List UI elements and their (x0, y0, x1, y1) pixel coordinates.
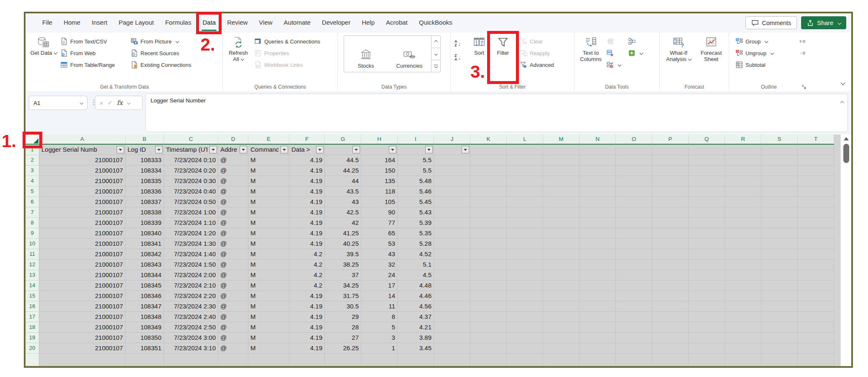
filter-button[interactable]: Filter (490, 35, 516, 81)
filter-dropdown-J[interactable] (462, 146, 469, 153)
cell-8M[interactable] (543, 218, 580, 228)
cell-1R[interactable] (725, 145, 761, 155)
cell-18N[interactable] (580, 322, 616, 333)
column-header-D[interactable]: D (218, 135, 248, 145)
cell-9M[interactable] (543, 228, 580, 239)
queries-connections-button[interactable]: Queries & Connections (251, 36, 323, 47)
cell-1N[interactable] (580, 145, 616, 155)
cell-19I[interactable]: 3.89 (398, 333, 434, 343)
cell-15R[interactable] (725, 291, 761, 301)
cell-15M[interactable] (543, 291, 580, 301)
cell-6R[interactable] (725, 197, 761, 207)
cell-2S[interactable] (761, 155, 798, 166)
cell-10R[interactable] (725, 239, 761, 249)
cell-13H[interactable]: 24 (361, 270, 398, 280)
cell-7I[interactable]: 5.43 (398, 207, 434, 218)
outline-dialog-launcher[interactable] (802, 85, 807, 89)
cell-12E[interactable]: M (248, 260, 289, 270)
cell-4F[interactable]: 4.19 (289, 176, 325, 186)
cell-1J[interactable] (434, 145, 470, 155)
cell-16G[interactable]: 30.5 (325, 301, 361, 312)
name-box[interactable]: A1 (29, 96, 87, 110)
row-header-11[interactable]: 11 (26, 249, 39, 260)
cell-4I[interactable]: 5.48 (398, 176, 434, 186)
cell-17A[interactable]: 21000107 (39, 312, 125, 322)
column-header-J[interactable]: J (434, 135, 470, 145)
cell-8S[interactable] (761, 218, 798, 228)
cell-20A[interactable]: 21000107 (39, 343, 125, 354)
cell-11I[interactable]: 4.52 (398, 249, 434, 260)
cell-16A[interactable]: 21000107 (39, 301, 125, 312)
cell-11B[interactable]: 108342 (125, 249, 164, 260)
cell-19O[interactable] (616, 333, 652, 343)
column-header-G[interactable]: G (325, 135, 361, 145)
cell-20F[interactable]: 4.19 (289, 343, 325, 354)
cell-1L[interactable] (507, 145, 543, 155)
cell-7O[interactable] (616, 207, 652, 218)
cell-5M[interactable] (543, 186, 580, 197)
cell-5R[interactable] (725, 186, 761, 197)
cell-1M[interactable] (543, 145, 580, 155)
cell-5L[interactable] (507, 186, 543, 197)
subtotal-button[interactable]: Subtotal (733, 59, 809, 71)
cell-6M[interactable] (543, 197, 580, 207)
cell-16H[interactable]: 11 (361, 301, 398, 312)
cell-3P[interactable] (652, 166, 689, 176)
cell-8A[interactable]: 21000107 (39, 218, 125, 228)
cell-15F[interactable]: 4.19 (289, 291, 325, 301)
cell-11R[interactable] (725, 249, 761, 260)
cell-7T[interactable] (798, 207, 834, 218)
refresh-all-button[interactable]: Refresh All (225, 35, 251, 81)
cell-9I[interactable]: 5.35 (398, 228, 434, 239)
column-header-K[interactable]: K (470, 135, 507, 145)
cell-4J[interactable] (434, 176, 470, 186)
cell-17R[interactable] (725, 312, 761, 322)
cell-9Q[interactable] (689, 228, 725, 239)
cell-4S[interactable] (761, 176, 798, 186)
cell-20O[interactable] (616, 343, 652, 354)
cell-9R[interactable] (725, 228, 761, 239)
filter-dropdown-D[interactable] (240, 146, 247, 153)
cell-17H[interactable]: 8 (361, 312, 398, 322)
cell-10K[interactable] (470, 239, 507, 249)
cell-4K[interactable] (470, 176, 507, 186)
cell-8Q[interactable] (689, 218, 725, 228)
cell-8B[interactable]: 108339 (125, 218, 164, 228)
consolidate-button[interactable] (626, 36, 637, 47)
cell-19N[interactable] (580, 333, 616, 343)
cell-12D[interactable]: @ (218, 260, 248, 270)
cell-19J[interactable] (434, 333, 470, 343)
cell-17D[interactable]: @ (218, 312, 248, 322)
cell-16Q[interactable] (689, 301, 725, 312)
cell-20K[interactable] (470, 343, 507, 354)
column-header-E[interactable]: E (248, 135, 289, 145)
cell-16L[interactable] (507, 301, 543, 312)
cell-9S[interactable] (761, 228, 798, 239)
cell-15K[interactable] (470, 291, 507, 301)
cell-12N[interactable] (580, 260, 616, 270)
cell-12O[interactable] (616, 260, 652, 270)
cell-2K[interactable] (470, 155, 507, 166)
cell-21D[interactable] (218, 354, 248, 366)
cell-8H[interactable]: 77 (361, 218, 398, 228)
row-header-18[interactable]: 18 (26, 322, 39, 333)
cell-21O[interactable] (616, 354, 652, 366)
cell-18O[interactable] (616, 322, 652, 333)
cell-11E[interactable]: M (248, 249, 289, 260)
cell-8E[interactable]: M (248, 218, 289, 228)
cell-2D[interactable]: @ (218, 155, 248, 166)
cell-20S[interactable] (761, 343, 798, 354)
cell-14O[interactable] (616, 280, 652, 291)
cell-19P[interactable] (652, 333, 689, 343)
row-header-9[interactable]: 9 (26, 228, 39, 239)
cell-19F[interactable]: 4.19 (289, 333, 325, 343)
cell-4G[interactable]: 44 (325, 176, 361, 186)
cell-12A[interactable]: 21000107 (39, 260, 125, 270)
cell-15L[interactable] (507, 291, 543, 301)
cell-19S[interactable] (761, 333, 798, 343)
cell-14B[interactable]: 108345 (125, 280, 164, 291)
column-header-A[interactable]: A (39, 135, 125, 145)
cell-19C[interactable]: 7/23/2024 3:00 (164, 333, 218, 343)
cell-10H[interactable]: 53 (361, 239, 398, 249)
cell-14K[interactable] (470, 280, 507, 291)
